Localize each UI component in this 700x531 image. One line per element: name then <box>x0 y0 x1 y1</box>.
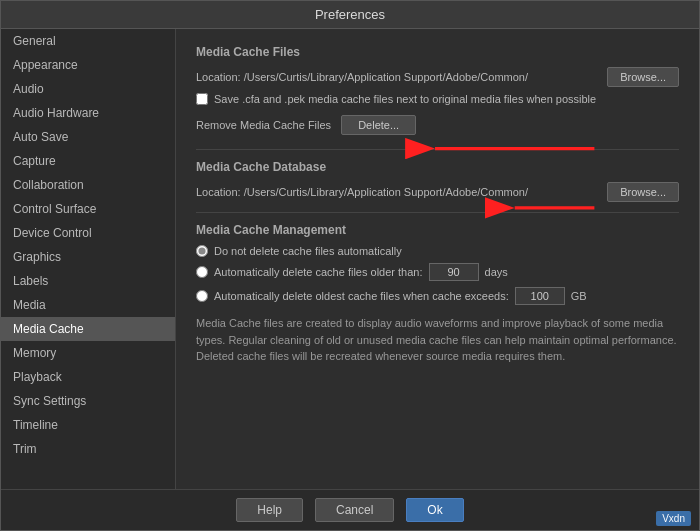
sidebar-item-auto-save[interactable]: Auto Save <box>1 125 175 149</box>
radio2-input[interactable] <box>196 266 208 278</box>
watermark: Vxdn <box>656 511 691 526</box>
remove-label: Remove Media Cache Files <box>196 119 331 131</box>
sidebar-item-capture[interactable]: Capture <box>1 149 175 173</box>
sidebar-item-timeline[interactable]: Timeline <box>1 413 175 437</box>
footer: Help Cancel Ok <box>1 489 699 530</box>
location2-label: Location: /Users/Curtis/Library/Applicat… <box>196 186 599 198</box>
radio3-row: Automatically delete oldest cache files … <box>196 287 679 305</box>
location1-label: Location: /Users/Curtis/Library/Applicat… <box>196 71 599 83</box>
sidebar-item-labels[interactable]: Labels <box>1 269 175 293</box>
days-input[interactable] <box>429 263 479 281</box>
info-text: Media Cache files are created to display… <box>196 315 679 365</box>
radio1-label: Do not delete cache files automatically <box>214 245 402 257</box>
radio1-row: Do not delete cache files automatically <box>196 245 679 257</box>
radio3-input[interactable] <box>196 290 208 302</box>
browse2-button[interactable]: Browse... <box>607 182 679 202</box>
sidebar-item-memory[interactable]: Memory <box>1 341 175 365</box>
save-checkbox-row: Save .cfa and .pek media cache files nex… <box>196 93 679 105</box>
sidebar-item-media-cache[interactable]: Media Cache <box>1 317 175 341</box>
section2-title: Media Cache Database <box>196 160 679 174</box>
sidebar-item-sync-settings[interactable]: Sync Settings <box>1 389 175 413</box>
browse1-button[interactable]: Browse... <box>607 67 679 87</box>
location1-row: Location: /Users/Curtis/Library/Applicat… <box>196 67 679 87</box>
main-content: Media Cache Files Location: /Users/Curti… <box>176 29 699 489</box>
sidebar-item-control-surface[interactable]: Control Surface <box>1 197 175 221</box>
sidebar-item-appearance[interactable]: Appearance <box>1 53 175 77</box>
section1-title: Media Cache Files <box>196 45 679 59</box>
days-unit: days <box>485 266 508 278</box>
gb-input[interactable] <box>515 287 565 305</box>
sidebar-item-trim[interactable]: Trim <box>1 437 175 461</box>
sidebar-item-graphics[interactable]: Graphics <box>1 245 175 269</box>
dialog-body: GeneralAppearanceAudioAudio HardwareAuto… <box>1 29 699 489</box>
sidebar-item-media[interactable]: Media <box>1 293 175 317</box>
divider2 <box>196 212 679 213</box>
cancel-button[interactable]: Cancel <box>315 498 394 522</box>
dialog-title: Preferences <box>315 7 385 22</box>
location2-row: Location: /Users/Curtis/Library/Applicat… <box>196 182 679 202</box>
save-cache-checkbox[interactable] <box>196 93 208 105</box>
divider1 <box>196 149 679 150</box>
preferences-dialog: Preferences GeneralAppearanceAudioAudio … <box>0 0 700 531</box>
radio1-input[interactable] <box>196 245 208 257</box>
sidebar: GeneralAppearanceAudioAudio HardwareAuto… <box>1 29 176 489</box>
radio3-label: Automatically delete oldest cache files … <box>214 290 509 302</box>
sidebar-item-audio-hardware[interactable]: Audio Hardware <box>1 101 175 125</box>
section3-title: Media Cache Management <box>196 223 679 237</box>
gb-unit: GB <box>571 290 587 302</box>
sidebar-item-device-control[interactable]: Device Control <box>1 221 175 245</box>
radio2-label: Automatically delete cache files older t… <box>214 266 423 278</box>
ok-button[interactable]: Ok <box>406 498 463 522</box>
radio2-row: Automatically delete cache files older t… <box>196 263 679 281</box>
sidebar-item-collaboration[interactable]: Collaboration <box>1 173 175 197</box>
sidebar-item-playback[interactable]: Playback <box>1 365 175 389</box>
sidebar-item-general[interactable]: General <box>1 29 175 53</box>
sidebar-item-audio[interactable]: Audio <box>1 77 175 101</box>
help-button[interactable]: Help <box>236 498 303 522</box>
content-wrapper: Media Cache Files Location: /Users/Curti… <box>176 29 699 489</box>
title-bar: Preferences <box>1 1 699 29</box>
remove-row: Remove Media Cache Files Delete... <box>196 115 679 135</box>
delete-button[interactable]: Delete... <box>341 115 416 135</box>
save-checkbox-label: Save .cfa and .pek media cache files nex… <box>214 93 596 105</box>
